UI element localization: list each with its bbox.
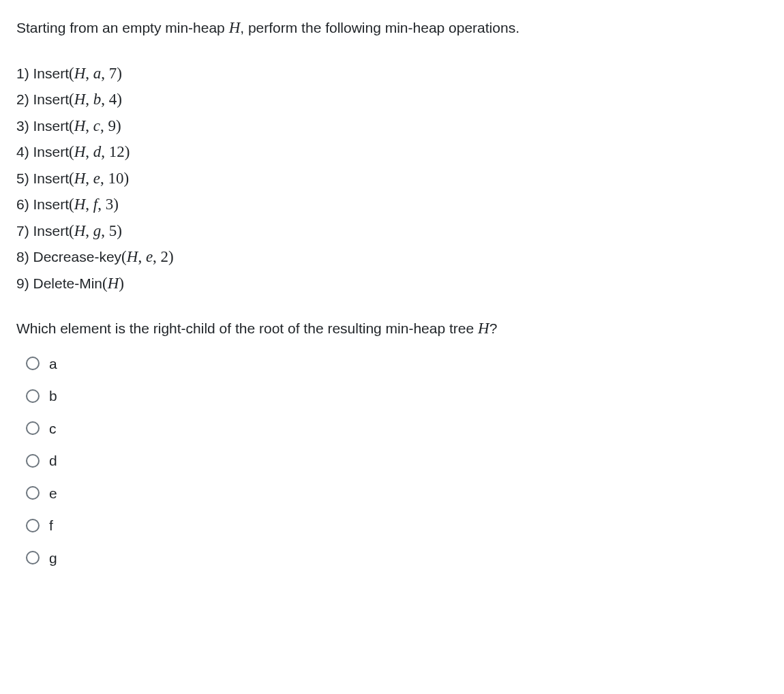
op-H: H — [108, 275, 119, 292]
op-rparen: ) — [168, 248, 174, 265]
op-function: Insert — [33, 118, 70, 134]
op-function: Insert — [33, 223, 70, 239]
question-part1: Which element is the right-child of the … — [16, 320, 478, 336]
op-elem: b — [93, 91, 102, 108]
op-lparen: ( — [69, 117, 74, 134]
op-comma2: , — [153, 248, 161, 265]
op-comma2: , — [101, 65, 109, 82]
answer-radio[interactable] — [26, 519, 40, 532]
op-lparen: ( — [102, 275, 108, 292]
operation-line: 1) Insert(H, a, 7) — [16, 62, 768, 86]
op-number: 7) — [16, 223, 33, 239]
op-rparen: ) — [117, 222, 122, 239]
operation-line: 4) Insert(H, d, 12) — [16, 140, 768, 164]
op-value: 9 — [108, 117, 117, 134]
op-comma2: , — [100, 170, 108, 187]
intro-text: Starting from an empty min-heap H, perfo… — [16, 16, 768, 40]
op-lparen: ( — [69, 65, 74, 82]
op-number: 5) — [16, 170, 33, 186]
op-comma1: , — [138, 248, 146, 265]
intro-H: H — [229, 19, 241, 36]
op-lparen: ( — [69, 222, 74, 239]
operations-list: 1) Insert(H, a, 7)2) Insert(H, b, 4)3) I… — [16, 62, 768, 296]
op-elem: e — [93, 170, 100, 187]
op-elem: e — [146, 248, 153, 265]
op-H: H — [74, 170, 86, 187]
answer-radio[interactable] — [26, 454, 40, 468]
operation-line: 7) Insert(H, g, 5) — [16, 220, 768, 243]
op-value: 10 — [108, 170, 124, 187]
op-rparen: ) — [119, 275, 124, 292]
op-elem: g — [93, 222, 102, 239]
op-rparen: ) — [124, 170, 130, 187]
op-value: 3 — [106, 196, 114, 213]
op-H: H — [74, 196, 86, 213]
answer-option[interactable]: a — [26, 353, 768, 375]
op-function: Insert — [33, 91, 70, 107]
answer-radio[interactable] — [26, 357, 40, 370]
answer-option[interactable]: g — [26, 547, 768, 569]
answer-option[interactable]: e — [26, 483, 768, 504]
op-comma1: , — [85, 143, 93, 160]
op-comma2: , — [101, 222, 109, 239]
op-lparen: ( — [69, 143, 74, 160]
op-comma2: , — [101, 143, 109, 160]
operation-line: 5) Insert(H, e, 10) — [16, 167, 768, 191]
op-function: Insert — [33, 170, 70, 186]
op-elem: d — [93, 143, 102, 160]
op-number: 6) — [16, 196, 33, 212]
question-text: Which element is the right-child of the … — [16, 317, 768, 341]
answer-radio[interactable] — [26, 421, 40, 435]
op-function: Delete-Min — [33, 275, 103, 291]
answer-label: b — [49, 385, 57, 407]
answer-option[interactable]: c — [26, 418, 768, 440]
answer-label: a — [49, 353, 57, 375]
answer-label: f — [49, 515, 53, 537]
operation-line: 8) Decrease-key(H, e, 2) — [16, 245, 768, 269]
op-lparen: ( — [69, 170, 74, 187]
answer-label: d — [49, 450, 57, 472]
op-value: 2 — [161, 248, 169, 265]
op-comma2: , — [101, 91, 109, 108]
answer-option[interactable]: d — [26, 450, 768, 472]
op-rparen: ) — [117, 65, 122, 82]
op-number: 1) — [16, 65, 33, 81]
question-H: H — [478, 320, 489, 337]
op-H: H — [74, 222, 86, 239]
op-elem: a — [93, 65, 102, 82]
operation-line: 2) Insert(H, b, 4) — [16, 88, 768, 112]
op-value: 5 — [109, 222, 117, 239]
operation-line: 9) Delete-Min(H) — [16, 272, 768, 296]
op-function: Insert — [33, 65, 70, 81]
answer-radio[interactable] — [26, 486, 40, 500]
op-lparen: ( — [69, 196, 74, 213]
answer-option[interactable]: f — [26, 515, 768, 537]
op-value: 4 — [109, 91, 117, 108]
answer-label: c — [49, 418, 57, 440]
op-number: 2) — [16, 91, 33, 107]
answer-radio[interactable] — [26, 389, 40, 403]
op-comma2: , — [97, 196, 106, 213]
op-H: H — [74, 91, 86, 108]
op-number: 9) — [16, 275, 33, 291]
answer-radio[interactable] — [26, 551, 40, 564]
op-number: 8) — [16, 249, 33, 265]
op-value: 12 — [109, 143, 125, 160]
op-H: H — [74, 65, 86, 82]
op-comma1: , — [85, 170, 93, 187]
op-function: Insert — [33, 144, 70, 160]
op-lparen: ( — [121, 248, 127, 265]
op-H: H — [74, 117, 86, 134]
question-part2: ? — [489, 320, 498, 336]
operation-line: 3) Insert(H, c, 9) — [16, 115, 768, 138]
op-rparen: ) — [117, 91, 122, 108]
op-number: 4) — [16, 144, 33, 160]
op-rparen: ) — [113, 196, 119, 213]
answer-option[interactable]: b — [26, 385, 768, 407]
op-function: Insert — [33, 196, 70, 212]
answer-label: e — [49, 483, 57, 504]
op-function: Decrease-key — [33, 249, 122, 265]
op-comma1: , — [85, 196, 93, 213]
op-number: 3) — [16, 118, 33, 134]
op-rparen: ) — [125, 143, 130, 160]
